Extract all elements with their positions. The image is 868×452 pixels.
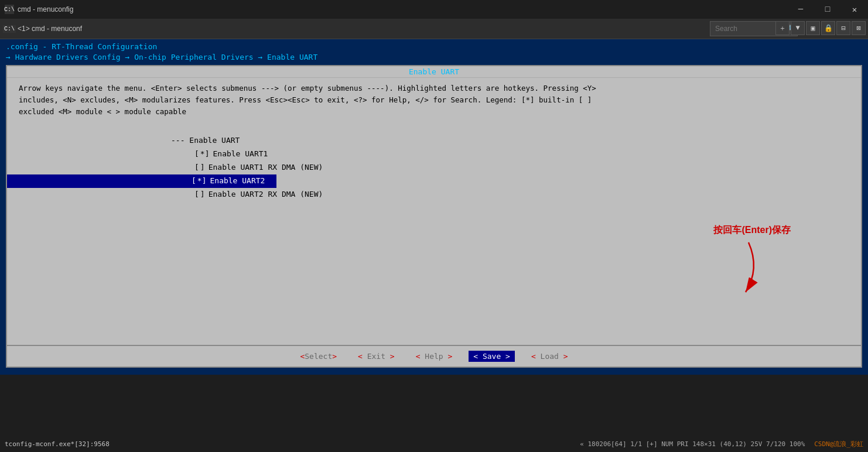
menu-header: --- Enable UART [7, 134, 861, 148]
split-button[interactable]: ⊟ [836, 21, 850, 35]
path-bar: .config - RT-Thread Configuration → Hard… [0, 39, 868, 65]
close-button[interactable]: ✕ [841, 0, 868, 19]
minimize-button[interactable]: ─ [787, 0, 814, 19]
dialog-title: Enable UART [7, 66, 861, 78]
bottom-button[interactable]: <Select> [295, 351, 341, 362]
app-icon: C:\ [5, 5, 14, 14]
add-button[interactable]: ＋ [775, 21, 790, 35]
status-process: tconfig-mconf.exe*[32]:9568 [5, 440, 110, 448]
bottom-button[interactable]: < Save > [469, 351, 515, 362]
help-text: Arrow keys navigate the menu. <Enter> se… [7, 78, 861, 122]
toolbar-buttons: ＋ ▼ ▣ 🔒 ⊟ ⊠ [775, 21, 868, 35]
bottom-button[interactable]: < Load > [527, 351, 573, 362]
maximize-button[interactable]: □ [814, 0, 841, 19]
config-title: .config - RT-Thread Configuration [6, 42, 862, 52]
pane-button[interactable]: ▣ [806, 21, 820, 35]
tab-icon: C:\ [5, 24, 14, 33]
annotation-text: 按回车(Enter)保存 [713, 224, 791, 237]
tab-label[interactable]: <1> cmd - menuconf [18, 25, 82, 33]
csdn-badge: CSDN@流浪_彩虹 [814, 440, 863, 448]
help-line-1: Arrow keys navigate the menu. <Enter> se… [19, 83, 849, 94]
arrow-icon [713, 239, 784, 298]
menu-item[interactable]: [*] Enable UART1 [7, 148, 861, 161]
status-coords: « 180206[64] 1/1 [+] NUM PRI 148×31 (40,… [580, 440, 805, 448]
dropdown-button[interactable]: ▼ [791, 21, 805, 35]
menu-items: [*] Enable UART1[ ] Enable UART1 RX DMA … [7, 148, 861, 201]
terminal-area: .config - RT-Thread Configuration → Hard… [0, 39, 868, 375]
dialog-container: Enable UART Arrow keys navigate the menu… [6, 65, 862, 368]
bottom-buttons: <Select>< Exit >< Help >< Save >< Load > [295, 351, 572, 362]
menu-item[interactable]: [ ] Enable UART2 RX DMA (NEW) [7, 188, 861, 201]
status-bar: tconfig-mconf.exe*[32]:9568 « 180206[64]… [0, 436, 868, 452]
window-controls: ─ □ ✕ [787, 0, 868, 19]
bottom-bar: <Select>< Exit >< Help >< Save >< Load > [7, 345, 861, 367]
window-title: cmd - menuconfig [18, 5, 73, 13]
bottom-button[interactable]: < Exit > [353, 351, 399, 362]
help-line-3: excluded <M> module < > module capable [19, 106, 849, 118]
bottom-button[interactable]: < Help > [411, 351, 457, 362]
help-line-2: includes, <N> excludes, <M> modularizes … [19, 94, 849, 106]
annotation-area: 按回车(Enter)保存 [713, 224, 791, 298]
lock-button[interactable]: 🔒 [821, 21, 835, 35]
breadcrumb: → Hardware Drivers Config → On-chip Peri… [6, 52, 862, 63]
title-bar: C:\ cmd - menuconfig ─ □ ✕ [0, 0, 868, 19]
settings-button[interactable]: ⊠ [852, 21, 866, 35]
menu-area: --- Enable UART [*] Enable UART1[ ] Enab… [7, 122, 861, 345]
menu-item[interactable]: [ ] Enable UART1 RX DMA (NEW) [7, 161, 861, 174]
status-right: « 180206[64] 1/1 [+] NUM PRI 148×31 (40,… [580, 440, 863, 448]
tab-bar: C:\ <1> cmd - menuconf 🔍 ＋ ▼ ▣ 🔒 ⊟ ⊠ [0, 19, 868, 39]
menu-item[interactable]: [*] Enable UART2 [7, 174, 276, 188]
